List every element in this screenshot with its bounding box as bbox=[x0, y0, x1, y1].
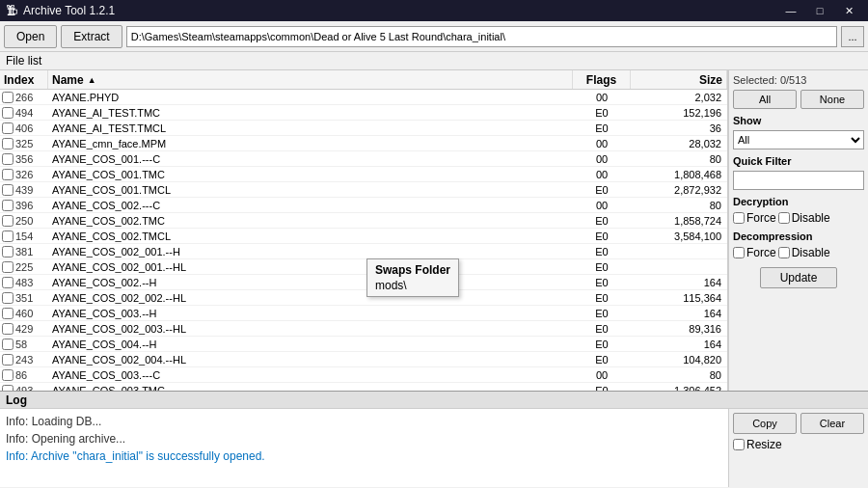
swaps-folder-value: mods\ bbox=[375, 279, 450, 292]
decryption-disable-label: Disable bbox=[792, 211, 830, 225]
row-index-cell: 154 bbox=[0, 230, 48, 242]
row-size: 2,872,932 bbox=[631, 184, 727, 196]
maximize-button[interactable]: □ bbox=[806, 2, 833, 19]
decompression-row: Force Disable bbox=[733, 246, 864, 259]
row-checkbox[interactable] bbox=[2, 138, 14, 149]
row-name: AYANE_COS_002.TMCL bbox=[48, 230, 573, 242]
row-flags: 00 bbox=[573, 138, 631, 149]
row-flags: E0 bbox=[573, 292, 631, 304]
row-index: 326 bbox=[15, 169, 33, 180]
row-flags: E0 bbox=[573, 261, 631, 273]
row-flags: E0 bbox=[573, 277, 631, 288]
row-size: 3,584,100 bbox=[631, 230, 727, 242]
row-checkbox[interactable] bbox=[2, 92, 14, 103]
log-header: Log bbox=[0, 392, 868, 409]
row-flags: 00 bbox=[573, 369, 631, 381]
row-index: 356 bbox=[15, 153, 33, 165]
row-checkbox[interactable] bbox=[2, 292, 14, 304]
log-right-panel: Copy Clear Resize bbox=[728, 409, 868, 487]
row-checkbox[interactable] bbox=[2, 215, 14, 227]
row-checkbox[interactable] bbox=[2, 369, 14, 381]
decompression-force-checkbox[interactable] bbox=[733, 247, 745, 258]
row-index: 250 bbox=[15, 215, 33, 227]
row-name: AYANE_COS_004.--H bbox=[48, 339, 573, 350]
row-name: AYANE_COS_001.TMC bbox=[48, 169, 573, 180]
minimize-button[interactable]: — bbox=[777, 2, 804, 19]
row-checkbox[interactable] bbox=[2, 339, 14, 350]
decompression-disable-checkbox[interactable] bbox=[778, 247, 790, 258]
row-checkbox[interactable] bbox=[2, 277, 14, 288]
row-size: 1,858,724 bbox=[631, 215, 727, 227]
none-button[interactable]: None bbox=[800, 90, 864, 109]
copy-clear-row: Copy Clear bbox=[733, 413, 864, 434]
row-checkbox[interactable] bbox=[2, 169, 14, 180]
file-list-container: Index Name ▲ Flags Size 266 AYANE.PHYD 0… bbox=[0, 70, 728, 391]
row-size: 115,364 bbox=[631, 292, 727, 304]
decryption-force-label: Force bbox=[746, 211, 776, 225]
col-header-index: Index bbox=[0, 70, 48, 89]
table-row: 154 AYANE_COS_002.TMCL E0 3,584,100 bbox=[0, 229, 727, 244]
row-index: 381 bbox=[15, 246, 33, 258]
decryption-force-checkbox[interactable] bbox=[733, 212, 745, 224]
row-index-cell: 243 bbox=[0, 354, 48, 366]
row-checkbox[interactable] bbox=[2, 107, 14, 119]
row-size: 164 bbox=[631, 277, 727, 288]
row-size: 80 bbox=[631, 200, 727, 211]
row-name: AYANE_COS_002_003.--HL bbox=[48, 323, 573, 335]
row-checkbox[interactable] bbox=[2, 230, 14, 242]
row-checkbox[interactable] bbox=[2, 200, 14, 211]
show-select[interactable]: All Selected Unselected bbox=[733, 130, 864, 149]
path-input[interactable] bbox=[126, 26, 837, 47]
row-size: 1,306,452 bbox=[631, 385, 727, 392]
row-index-cell: 494 bbox=[0, 107, 48, 119]
row-index-cell: 351 bbox=[0, 292, 48, 304]
resize-checkbox[interactable] bbox=[733, 439, 745, 450]
resize-label: Resize bbox=[746, 438, 782, 451]
row-index-cell: 58 bbox=[0, 339, 48, 350]
toolbar: Open Extract ... bbox=[0, 21, 868, 52]
row-checkbox[interactable] bbox=[2, 354, 14, 366]
row-checkbox[interactable] bbox=[2, 246, 14, 258]
log-line: Info: Opening archive... bbox=[6, 430, 722, 447]
row-flags: E0 bbox=[573, 339, 631, 350]
window-controls: — □ ✕ bbox=[777, 2, 862, 19]
row-checkbox[interactable] bbox=[2, 385, 14, 392]
row-name: AYANE_COS_002.--H bbox=[48, 277, 573, 288]
resize-row: Resize bbox=[733, 438, 864, 451]
row-checkbox[interactable] bbox=[2, 323, 14, 335]
sort-arrow-icon: ▲ bbox=[88, 75, 96, 85]
row-checkbox[interactable] bbox=[2, 153, 14, 165]
row-index: 154 bbox=[15, 230, 33, 242]
all-button[interactable]: All bbox=[733, 90, 797, 109]
copy-button[interactable]: Copy bbox=[733, 413, 797, 434]
row-flags: E0 bbox=[573, 385, 631, 392]
row-index-cell: 356 bbox=[0, 153, 48, 165]
table-row: 381 AYANE_COS_002_001.--H E0 bbox=[0, 244, 727, 259]
row-index: 243 bbox=[15, 354, 33, 366]
row-index: 266 bbox=[15, 92, 33, 103]
quick-filter-input[interactable] bbox=[733, 171, 864, 190]
titlebar: 🗜 Archive Tool 1.2.1 — □ ✕ bbox=[0, 0, 868, 21]
close-button[interactable]: ✕ bbox=[835, 2, 862, 19]
extract-button[interactable]: Extract bbox=[61, 25, 122, 48]
log-container: Log Info: Loading DB...Info: Opening arc… bbox=[0, 391, 868, 487]
row-name: AYANE.PHYD bbox=[48, 92, 573, 103]
decryption-disable-checkbox[interactable] bbox=[778, 212, 790, 224]
log-body-row: Info: Loading DB...Info: Opening archive… bbox=[0, 409, 868, 487]
row-index-cell: 250 bbox=[0, 215, 48, 227]
row-index: 396 bbox=[15, 200, 33, 211]
row-checkbox[interactable] bbox=[2, 184, 14, 196]
row-size: 80 bbox=[631, 153, 727, 165]
row-index: 494 bbox=[15, 107, 33, 119]
open-button[interactable]: Open bbox=[4, 25, 57, 48]
row-checkbox[interactable] bbox=[2, 308, 14, 319]
update-button[interactable]: Update bbox=[760, 267, 837, 288]
row-checkbox[interactable] bbox=[2, 261, 14, 273]
col-header-name[interactable]: Name ▲ bbox=[48, 70, 573, 89]
row-index: 225 bbox=[15, 261, 33, 273]
clear-button[interactable]: Clear bbox=[800, 413, 864, 434]
browse-button[interactable]: ... bbox=[841, 26, 864, 47]
row-name: AYANE_COS_002_001.--HL bbox=[48, 261, 573, 273]
row-checkbox[interactable] bbox=[2, 122, 14, 134]
file-list-body[interactable]: 266 AYANE.PHYD 00 2,032 494 AYANE_AI_TES… bbox=[0, 90, 727, 391]
